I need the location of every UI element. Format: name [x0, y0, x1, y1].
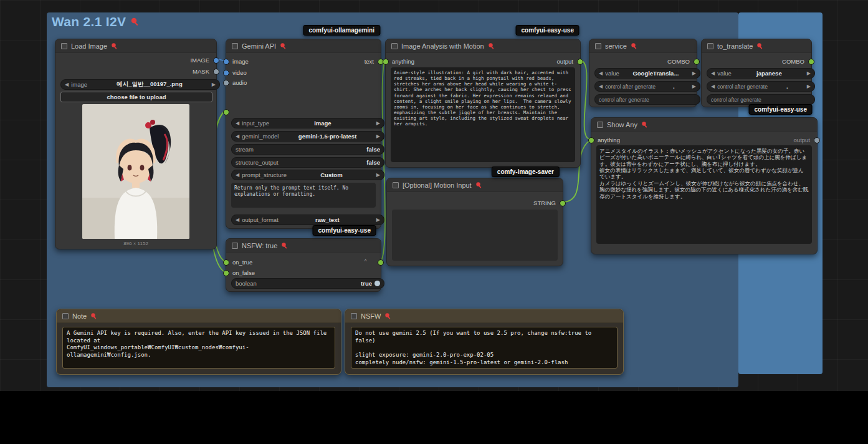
combo-prev-icon[interactable]: ◀ — [711, 71, 715, 76]
graph-canvas[interactable]: Wan 2.1 I2V comfyui-ollamagemini comfyui… — [0, 0, 868, 391]
service-value-widget[interactable]: ◀ value GoogleTransla... ▶ — [594, 68, 700, 79]
output-slot: output — [794, 135, 810, 144]
collapse-box[interactable] — [232, 43, 238, 49]
node-title: NSFW — [361, 312, 381, 320]
gemini-model-widget[interactable]: ◀ gemini_model gemini-1.5-pro-latest ▶ — [231, 131, 384, 142]
boolean-widget[interactable]: boolean true — [231, 278, 384, 289]
combo-prev-icon[interactable]: ◀ — [711, 84, 715, 89]
input-dot-prompt[interactable] — [223, 109, 229, 115]
combo-prev-icon[interactable]: ◀ — [236, 173, 239, 178]
collapse-box[interactable] — [595, 43, 601, 49]
combo-prev-icon[interactable]: ◀ — [599, 84, 603, 89]
translate-control-widget[interactable]: ◀ control after generate . ▶ — [707, 81, 815, 92]
collapse-box[interactable] — [62, 313, 69, 319]
combo-prev-icon[interactable]: ◀ — [236, 134, 239, 139]
translate-value-widget[interactable]: ◀ value japanese ▶ — [707, 68, 815, 79]
collapse-box[interactable] — [61, 43, 67, 49]
node-nsfw-switch[interactable]: NSFW: true on_true ˄ on_false boolean tr… — [226, 238, 381, 292]
node-title-bar[interactable]: [Optional] Motion Input — [387, 178, 563, 192]
collapse-box[interactable] — [597, 122, 603, 128]
node-title-bar[interactable]: NSFW: true — [226, 239, 381, 253]
widget-label: control after generate — [599, 97, 649, 103]
node-note[interactable]: Note A Gemini API key is required. Also,… — [56, 309, 341, 375]
node-load-image[interactable]: Load Image IMAGE MASK ◀ image 예시_일반__001… — [55, 39, 217, 249]
combo-prev-icon[interactable]: ◀ — [65, 82, 69, 87]
combo-next-icon[interactable]: ▶ — [376, 173, 380, 178]
output-dot-image[interactable] — [213, 57, 219, 64]
node-motion-input[interactable]: [Optional] Motion Input STRING — [386, 178, 563, 266]
output-dot[interactable] — [577, 59, 583, 65]
slot-label: anything — [598, 137, 620, 143]
collapse-box[interactable] — [391, 43, 398, 49]
node-title: to_translate — [717, 42, 753, 50]
combo-next-icon[interactable]: ▶ — [376, 218, 380, 223]
output-format-widget[interactable]: ◀ output_format raw_text ▶ — [231, 215, 384, 225]
service-control-button[interactable]: control after generate — [594, 94, 700, 105]
node-to-translate[interactable]: to_translate COMBO ◀ value japanese ▶ ◀ … — [701, 39, 812, 107]
analysis-textarea[interactable]: Anime-style illustration: A girl with da… — [391, 67, 575, 162]
slot-label: on_true — [232, 259, 252, 266]
structure-output-widget[interactable]: structure_output false — [231, 157, 384, 168]
node-title-bar[interactable]: Note — [57, 309, 341, 323]
node-gemini-api[interactable]: Gemini API image video audio text ◀ inpu… — [226, 39, 381, 229]
collapse-box[interactable] — [351, 313, 357, 319]
output-dot-string[interactable] — [560, 200, 566, 206]
translate-control-button[interactable]: control after generate — [707, 94, 815, 105]
prompt-textarea[interactable]: Return only the prompt text itself. No e… — [231, 183, 376, 208]
input-dot-image[interactable] — [223, 59, 229, 65]
combo-prev-icon[interactable]: ◀ — [599, 71, 603, 76]
input-type-widget[interactable]: ◀ input_type image ▶ — [231, 118, 384, 128]
boolean-toggle[interactable] — [374, 281, 380, 286]
image-file-widget[interactable]: ◀ image 예시_일반__00197_.png ▶ — [60, 79, 220, 90]
input-dot-audio[interactable] — [223, 80, 229, 86]
caret-up-icon[interactable]: ˄ — [364, 258, 367, 263]
stream-widget[interactable]: stream false — [231, 144, 384, 155]
combo-next-icon[interactable]: ▶ — [692, 84, 696, 89]
node-show-any[interactable]: Show Any anything output アニメスタイルのイラスト：赤い… — [591, 117, 818, 254]
nsfw-note-textarea[interactable]: Do not use gemini 2.5 (If you want to us… — [351, 327, 618, 369]
collapse-box[interactable] — [707, 43, 713, 49]
output-dot[interactable] — [814, 137, 820, 143]
input-dot-anything[interactable] — [383, 59, 389, 65]
node-title-bar[interactable]: Image Analysis with Motion — [386, 39, 580, 53]
output-dot-combo[interactable] — [808, 59, 814, 65]
pushpin-icon — [756, 42, 764, 50]
node-title-bar[interactable]: NSFW — [345, 309, 623, 323]
node-title-bar[interactable]: to_translate — [702, 39, 811, 53]
input-dot-anything[interactable] — [588, 137, 594, 143]
node-title-bar[interactable]: Show Any — [591, 118, 817, 132]
motion-textarea[interactable] — [392, 210, 558, 261]
dot-out[interactable] — [378, 259, 384, 266]
widget-label: value — [717, 70, 732, 77]
dot-on-true[interactable] — [223, 259, 229, 266]
node-nsfw-note[interactable]: NSFW Do not use gemini 2.5 (If you want … — [345, 309, 624, 375]
prompt-structure-widget[interactable]: ◀ prompt_structure Custom ▶ — [231, 170, 384, 180]
node-title: Gemini API — [242, 42, 276, 50]
node-title-bar[interactable]: service — [589, 39, 697, 53]
combo-next-icon[interactable]: ▶ — [376, 121, 380, 126]
service-control-widget[interactable]: ◀ control after generate . ▶ — [594, 81, 700, 92]
showany-textarea[interactable]: アニメスタイルのイラスト：赤いメッシュがアクセントになった黒髪の女の子。赤いビー… — [596, 145, 812, 244]
combo-next-icon[interactable]: ▶ — [692, 71, 696, 76]
upload-button[interactable]: choose file to upload — [60, 92, 212, 102]
output-dot-combo[interactable] — [694, 59, 700, 65]
combo-next-icon[interactable]: ▶ — [807, 84, 811, 89]
collapse-box[interactable] — [393, 182, 399, 188]
output-dot-mask[interactable] — [213, 69, 219, 75]
collapse-box[interactable] — [232, 243, 238, 249]
note-textarea[interactable]: A Gemini API key is required. Also, ente… — [62, 327, 335, 369]
dot-on-false[interactable] — [223, 270, 229, 276]
widget-label: control after generate — [605, 84, 656, 90]
combo-next-icon[interactable]: ▶ — [212, 82, 216, 87]
combo-prev-icon[interactable]: ◀ — [236, 121, 239, 126]
combo-prev-icon[interactable]: ◀ — [236, 218, 239, 223]
node-service[interactable]: service COMBO ◀ value GoogleTransla... ▶… — [589, 39, 697, 107]
pushpin-icon — [90, 312, 98, 320]
combo-next-icon[interactable]: ▶ — [807, 71, 811, 76]
node-title-bar[interactable]: Load Image — [55, 39, 216, 53]
badge-easy-use-nsfw: comfyui-easy-use — [313, 225, 376, 236]
combo-next-icon[interactable]: ▶ — [376, 134, 380, 139]
input-dot-video[interactable] — [223, 70, 229, 76]
node-title-bar[interactable]: Gemini API — [226, 39, 381, 53]
node-image-analysis[interactable]: Image Analysis with Motion anything outp… — [385, 39, 581, 168]
